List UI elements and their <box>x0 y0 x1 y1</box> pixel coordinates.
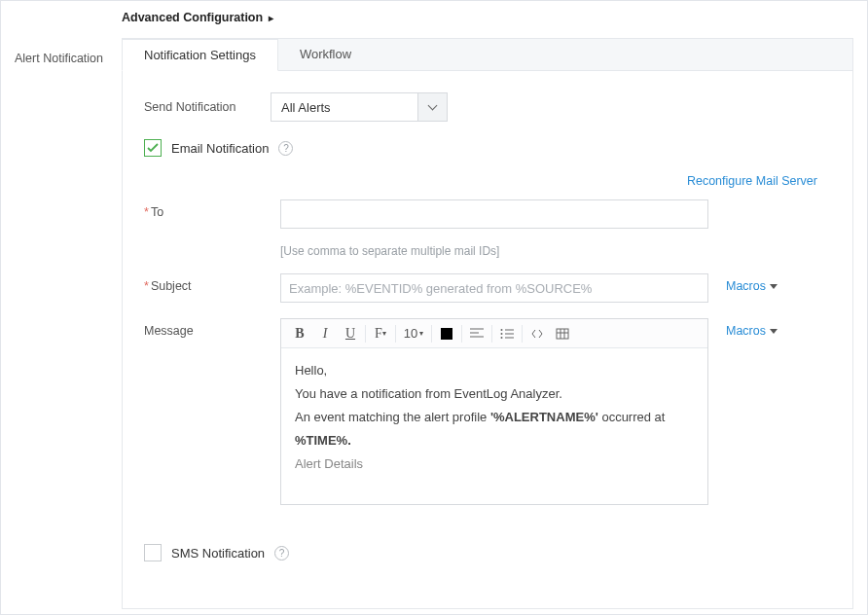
message-body[interactable]: Hello, You have a notification from Even… <box>281 348 707 504</box>
send-notification-value: All Alerts <box>271 100 417 115</box>
list-button[interactable] <box>494 322 520 345</box>
send-notification-label: Send Notification <box>144 100 271 114</box>
svg-point-7 <box>501 337 503 339</box>
font-size-button[interactable]: 10▾ <box>398 322 429 345</box>
macros-link-subject[interactable]: Macros <box>726 273 778 293</box>
list-icon <box>500 328 514 340</box>
svg-point-5 <box>501 333 503 335</box>
advanced-config-header[interactable]: Advanced Configuration ▸ <box>122 11 853 24</box>
help-icon[interactable]: ? <box>274 546 289 561</box>
tab-notification-settings[interactable]: Notification Settings <box>122 39 278 71</box>
table-icon <box>556 328 569 340</box>
editor-toolbar: B I U F▾ 10▾ <box>281 319 707 348</box>
help-icon[interactable]: ? <box>278 141 293 156</box>
align-left-icon <box>470 328 484 340</box>
sms-notification-label: SMS Notification <box>171 546 265 561</box>
required-asterisk: * <box>144 205 149 219</box>
to-hint: [Use comma to separate multiple mail IDs… <box>280 244 831 258</box>
caret-down-icon <box>770 329 778 334</box>
font-button[interactable]: F▾ <box>368 322 393 345</box>
to-input[interactable] <box>280 199 708 229</box>
tabs: Notification Settings Workflow <box>122 38 853 71</box>
chevron-down-icon <box>428 101 438 111</box>
underline-button[interactable]: U <box>338 322 363 345</box>
code-icon <box>530 328 544 340</box>
send-notification-select[interactable]: All Alerts <box>271 92 448 122</box>
code-button[interactable] <box>524 322 550 345</box>
email-notification-label: Email Notification <box>171 141 269 156</box>
tab-workflow[interactable]: Workflow <box>278 39 373 71</box>
required-asterisk: * <box>144 279 149 293</box>
caret-down-icon <box>770 284 778 289</box>
reconfigure-mail-server-link[interactable]: Reconfigure Mail Server <box>144 174 817 188</box>
check-icon <box>147 143 159 153</box>
email-notification-checkbox[interactable] <box>144 139 162 157</box>
svg-rect-9 <box>557 329 568 339</box>
to-label: *To <box>144 199 280 219</box>
bold-button[interactable]: B <box>287 322 312 345</box>
color-button[interactable] <box>434 322 459 345</box>
table-button[interactable] <box>550 322 575 345</box>
macros-link-message[interactable]: Macros <box>726 318 778 338</box>
send-notification-dropdown-button[interactable] <box>417 93 447 121</box>
align-button[interactable] <box>464 322 489 345</box>
chevron-right-icon: ▸ <box>269 13 273 23</box>
sms-notification-checkbox[interactable] <box>144 544 162 561</box>
color-swatch-icon <box>441 328 452 340</box>
svg-point-3 <box>501 329 503 331</box>
italic-button[interactable]: I <box>312 322 338 345</box>
panel-notification-settings: Send Notification All Alerts Email Notif… <box>122 71 853 609</box>
message-editor: B I U F▾ 10▾ <box>280 318 708 505</box>
message-label: Message <box>144 318 280 338</box>
subject-label: *Subject <box>144 273 280 293</box>
subject-input[interactable] <box>280 273 708 303</box>
section-label-alert-notification: Alert Notification <box>15 38 122 65</box>
advanced-config-label: Advanced Configuration <box>122 11 263 24</box>
